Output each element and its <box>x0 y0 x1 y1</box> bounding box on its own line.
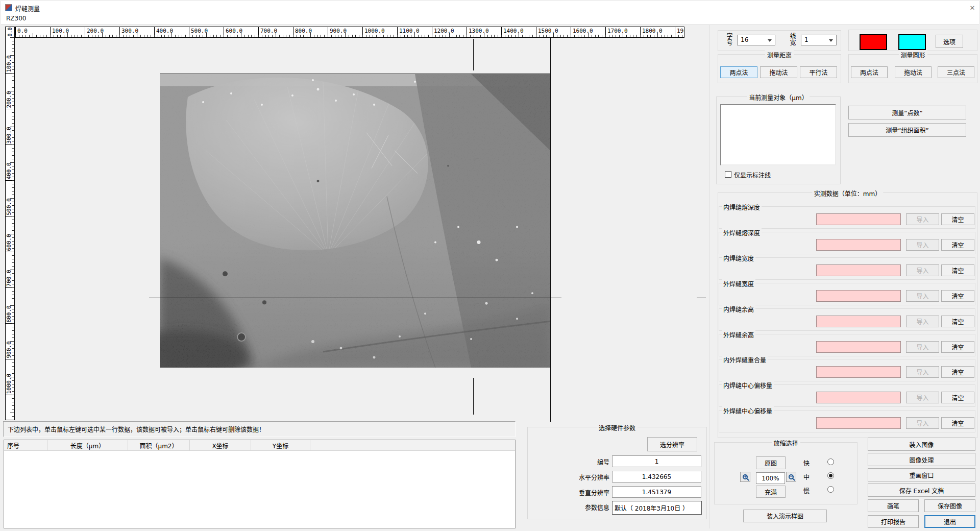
measured-row-label: 内焊缝中心偏移量 <box>722 381 774 390</box>
action-button-2[interactable]: 图像处理 <box>868 453 975 466</box>
measured-value-field[interactable] <box>816 417 901 429</box>
clear-button[interactable]: 清空 <box>941 366 974 378</box>
import-button[interactable]: 导入 <box>906 316 939 327</box>
table-header-4[interactable]: X坐标 <box>190 440 251 451</box>
measured-row-label: 外焊缝宽度 <box>722 279 755 288</box>
action-button-small-1[interactable]: 画笔 <box>868 499 919 512</box>
zoom-percent-field[interactable]: 100% <box>756 472 785 484</box>
current-object-listbox[interactable] <box>720 104 836 165</box>
action-button-small-3[interactable]: 打印报告 <box>868 515 919 528</box>
zoom-out-button[interactable]: − <box>786 472 796 482</box>
ruler-major-tick <box>362 27 363 37</box>
measured-value-field[interactable] <box>816 366 901 378</box>
table-header-2[interactable]: 长度（μm） <box>47 440 128 451</box>
measured-value-field[interactable] <box>816 316 901 327</box>
measure-points-button[interactable]: 测量“点数” <box>848 106 966 119</box>
measure-area-button[interactable]: 测量“组织面积” <box>848 123 966 137</box>
hardware-field-value[interactable]: 默认（ 2018年3月10日 ） <box>612 501 702 515</box>
ruler-major-tick <box>85 27 85 37</box>
ruler-tick-label: 800.0 <box>295 28 312 34</box>
hardware-params-group: 选择硬件参数 选分辨率 编号1水平分辨率1.432665垂直分辨率1.45137… <box>527 427 707 519</box>
import-button[interactable]: 导入 <box>906 264 939 276</box>
show-annotation-only-checkbox[interactable] <box>725 171 731 178</box>
speed-radio-2[interactable] <box>827 472 834 479</box>
ruler-tick-label: 400.0 <box>6 157 12 180</box>
measure-distance-title: 测量距离 <box>765 51 794 59</box>
ruler-major-tick <box>6 323 15 324</box>
close-icon[interactable]: ✕ <box>968 3 977 12</box>
action-button-1[interactable]: 装入图像 <box>868 438 975 451</box>
weld-photo-canvas[interactable] <box>160 74 550 368</box>
import-button[interactable]: 导入 <box>906 366 939 378</box>
import-button[interactable]: 导入 <box>906 417 939 429</box>
ruler-tick-label: 1700.0 <box>607 28 628 34</box>
options-button[interactable]: 选项 <box>936 35 963 48</box>
ruler-tick-label: 0.0 <box>17 28 28 34</box>
import-button[interactable]: 导入 <box>906 290 939 302</box>
ruler-tick-label: 900.0 <box>6 336 12 358</box>
measure-distance-group: 测量距离 两点法拖动法平行法 <box>718 54 841 83</box>
ruler-major-tick <box>6 180 15 181</box>
clear-button[interactable]: 清空 <box>941 264 974 276</box>
menu-item-rz300[interactable]: RZ300 <box>6 15 26 22</box>
color-swatch-2[interactable] <box>898 34 926 50</box>
measured-row: 内焊缝宽度导入清空 <box>719 257 975 280</box>
ruler-tick-label: 200.0 <box>87 28 104 34</box>
action-button-4[interactable]: 保存 Excel 文档 <box>868 484 975 497</box>
import-button[interactable]: 导入 <box>906 341 939 353</box>
measure-circle-2-button[interactable]: 拖动法 <box>895 66 932 78</box>
measured-value-field[interactable] <box>816 341 901 353</box>
results-table-header: 序号长度（μm）面积（μm2）X坐标Y坐标 <box>4 440 515 451</box>
hardware-field-value[interactable]: 1 <box>612 455 701 467</box>
original-size-button[interactable]: 原图 <box>756 456 786 469</box>
speed-radio-1[interactable] <box>827 458 834 465</box>
measured-value-field[interactable] <box>816 392 901 403</box>
action-button-3[interactable]: 重画窗口 <box>868 468 975 481</box>
measure-circle-3-button[interactable]: 三点法 <box>938 66 974 78</box>
action-button-exit[interactable]: 退出 <box>924 515 975 528</box>
table-header-1[interactable]: 序号 <box>4 440 47 451</box>
color-swatch-1[interactable] <box>860 34 887 50</box>
action-button-small-2[interactable]: 保存图像 <box>924 499 975 512</box>
measured-value-field[interactable] <box>816 239 901 251</box>
zoom-in-icon: + <box>743 474 748 479</box>
measured-value-field[interactable] <box>816 213 901 225</box>
clear-button[interactable]: 清空 <box>941 239 974 251</box>
speed-radio-3[interactable] <box>827 486 834 493</box>
fill-button[interactable]: 充满 <box>756 486 786 498</box>
measured-value-field[interactable] <box>816 264 901 276</box>
font-size-dropdown[interactable]: 16 <box>737 35 775 45</box>
ruler-tick-label: 900.0 <box>330 28 347 34</box>
measured-value-field[interactable] <box>816 290 901 302</box>
measure-distance-3-button[interactable]: 平行法 <box>800 66 837 78</box>
import-button[interactable]: 导入 <box>906 213 939 225</box>
clear-button[interactable]: 清空 <box>941 316 974 327</box>
measure-distance-1-button[interactable]: 两点法 <box>720 66 757 78</box>
hardware-field-value[interactable]: 1.451379 <box>612 486 701 498</box>
ruler-major-tick <box>6 359 15 359</box>
clear-button[interactable]: 清空 <box>941 213 974 225</box>
hardware-field-value[interactable]: 1.432665 <box>612 471 701 482</box>
ruler-tick-label: 1100.0 <box>399 28 420 34</box>
import-button[interactable]: 导入 <box>906 392 939 403</box>
clear-button[interactable]: 清空 <box>941 392 974 403</box>
ruler-tick-label: 700.0 <box>6 264 12 287</box>
measure-distance-2-button[interactable]: 拖动法 <box>760 66 797 78</box>
import-button[interactable]: 导入 <box>906 239 939 251</box>
measure-circle-1-button[interactable]: 两点法 <box>851 66 888 78</box>
clear-button[interactable]: 清空 <box>941 417 974 429</box>
clear-button[interactable]: 清空 <box>941 341 974 353</box>
measured-data-group: 实测数据（单位：mm） 内焊缝熔深度导入清空外焊缝熔深度导入清空内焊缝宽度导入清… <box>718 192 977 438</box>
ruler-tick-label: 1000.0 <box>364 28 385 34</box>
table-header-5[interactable]: Y坐标 <box>251 440 310 451</box>
line-width-dropdown[interactable]: 1 <box>801 35 837 45</box>
measured-row-label: 内外焊缝重合量 <box>722 355 768 364</box>
ruler-major-tick <box>6 395 15 395</box>
results-table[interactable]: 序号长度（μm）面积（μm2）X坐标Y坐标 <box>4 440 516 528</box>
load-demo-image-button[interactable]: 装入演示样图 <box>743 510 827 522</box>
zoom-in-button[interactable]: + <box>740 472 750 482</box>
panel-separator <box>709 25 709 528</box>
select-resolution-button[interactable]: 选分辨率 <box>647 437 697 451</box>
table-header-3[interactable]: 面积（μm2） <box>128 440 190 451</box>
clear-button[interactable]: 清空 <box>941 290 974 302</box>
